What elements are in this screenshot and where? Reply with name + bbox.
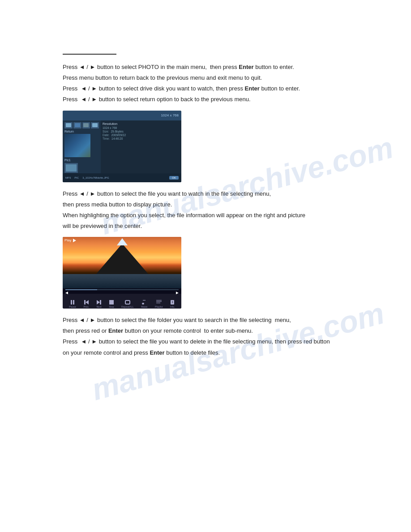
info-size-value: 29.6bytes (111, 130, 123, 133)
pl-line1 (156, 300, 162, 300)
info-resolution-value: 1024 x 768 (103, 126, 117, 129)
play-label: Play (64, 238, 76, 242)
progress-track (65, 289, 179, 290)
instruction-p6: then press media button to display pictu… (63, 200, 348, 209)
ctrl-pause: Pause (69, 300, 76, 308)
playlist-icon (156, 300, 162, 305)
return-label: Return (64, 130, 99, 133)
stop-icon (109, 300, 114, 305)
play-triangle-icon (73, 239, 76, 242)
section-divider (63, 54, 116, 55)
ctrl-next: Next (96, 300, 101, 308)
bottom-filename: 3_1024x768dchb.JPG (82, 176, 109, 179)
screenshot-bottom-bar: MP3 PIC 3_1024x768dchb.JPG OK (63, 173, 181, 182)
thumb-3 (82, 122, 90, 129)
prev-icon (84, 300, 89, 305)
ctrl-info: i Info. (170, 300, 175, 308)
mountain-shape (95, 244, 149, 275)
info-size-row: Size: 29.6bytes (103, 130, 180, 133)
thumb-2 (73, 122, 81, 129)
prev-triangle (86, 300, 89, 305)
repeat-icon (125, 300, 130, 305)
next-triangle (97, 300, 100, 305)
music-note-head (142, 303, 144, 305)
pl-line2 (156, 301, 162, 302)
thumb-1 (64, 122, 73, 129)
instruction-p3: Press ◄ / ► button to select drive disk … (63, 84, 348, 93)
ctrl-prev: Prev. (83, 300, 89, 308)
next-bar (100, 300, 101, 305)
thumb-4 (91, 122, 99, 129)
controls-bar: Pause Prev. Next Stop (63, 294, 181, 309)
info-time-value: 14:46:20 (111, 137, 123, 140)
pause-icon (71, 300, 74, 305)
instruction-p1: Press ◄ / ► button to select PHOTO in th… (63, 63, 348, 72)
pause-bar1 (71, 300, 72, 305)
pause-bar2 (73, 300, 74, 305)
folder-label: Pic1 (64, 159, 99, 162)
play-text: Play (64, 238, 72, 242)
water-reflection (63, 274, 181, 288)
info-size-label: Size: (103, 130, 109, 133)
ctrl-music: Music (141, 300, 147, 308)
small-thumb-inner (66, 164, 77, 172)
big-preview (64, 134, 90, 157)
instruction-p7: When highlighting the option you select,… (63, 211, 348, 220)
ctrl-pause-label: Pause (69, 305, 76, 308)
instruction-p5: Press ◄ / ► button to select the file yo… (63, 189, 348, 198)
bottom-pic: PIC (74, 176, 79, 179)
progress-fill (65, 289, 97, 290)
screenshot-photo-viewer: Play ◄ ► Pause (63, 237, 181, 309)
instruction-p2: Press menu button to return back to the … (63, 73, 348, 82)
ctrl-stop-label: Stop (109, 305, 114, 308)
small-thumb (64, 163, 78, 173)
ctrl-prev-label: Prev. (83, 305, 89, 308)
instruction-p11: Press ◄ / ► button to select the file yo… (63, 337, 348, 346)
mountain-image: Play (63, 237, 181, 288)
ctrl-repeat: RepeatALL (121, 300, 134, 308)
bottom-mp3: MP3 (65, 176, 71, 179)
info-icon: i (171, 300, 174, 305)
info-title: Resolution (103, 122, 180, 125)
next-icon (97, 300, 101, 305)
ctrl-playlist: Playlist (155, 300, 163, 308)
info-date-row: Date: 2009/09/22 (103, 133, 180, 137)
right-arrow-icon: ► (175, 290, 180, 295)
page-content: Press ◄ / ► button to select PHOTO in th… (0, 0, 411, 386)
screenshot-title-text: 1024 x 768 (65, 113, 179, 117)
music-note-stem (143, 300, 146, 300)
thumbnail-row (64, 122, 99, 129)
instruction-p9: Press ◄ / ► button to select the file fo… (63, 316, 348, 325)
ctrl-stop: Stop (109, 300, 114, 308)
screenshot-file-browser: 1024 x 768 Return Pic1 (63, 111, 181, 182)
thumb-1-inner (66, 123, 71, 127)
instruction-p4: Press ◄ / ► button to select return opti… (63, 95, 348, 104)
info-date-value: 2009/09/22 (111, 133, 126, 137)
ctrl-playlist-label: Playlist (155, 305, 163, 308)
thumb-3-inner (83, 123, 89, 127)
left-arrow-icon: ◄ (64, 290, 69, 295)
ctrl-music-label: Music (141, 305, 147, 308)
ok-button[interactable]: OK (169, 176, 179, 180)
ctrl-repeat-label: RepeatALL (121, 305, 134, 308)
info-time-row: Time: 14:46:20 (103, 137, 180, 140)
mountain-snow (117, 238, 128, 245)
thumb-4-inner (92, 123, 98, 127)
screenshot-topbar: 1024 x 768 (63, 111, 181, 120)
instruction-p10: then press red or Enter button on your r… (63, 326, 348, 335)
instruction-p8: will be previewed in the center. (63, 222, 348, 231)
ctrl-next-label: Next (96, 305, 101, 308)
instruction-p12: on your remote control and press Enter b… (63, 348, 348, 357)
info-resolution: 1024 x 768 (103, 126, 180, 129)
music-icon (142, 300, 146, 305)
info-date-label: Date: (103, 133, 110, 137)
thumb-2-inner (75, 123, 80, 127)
pl-line3 (156, 303, 160, 303)
ctrl-info-label: Info. (170, 305, 175, 308)
info-time-label: Time: (103, 137, 110, 140)
